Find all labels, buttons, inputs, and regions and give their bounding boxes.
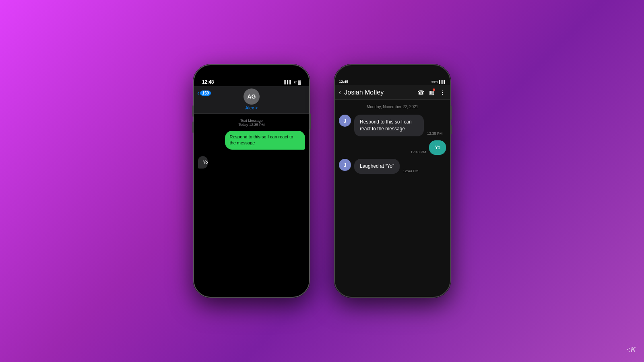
android-message-row-2: Yo 12:43 PM (339, 140, 446, 155)
android-avatar-1: J (339, 115, 351, 127)
android-battery: 65% (431, 80, 438, 84)
android-header-icons: ☎ ▩ ⋮ (417, 88, 446, 96)
iphone-message-meta: Text Message Today 12:35 PM (198, 119, 305, 127)
iphone-contact-name[interactable]: Alex > (246, 105, 258, 110)
android-vol (450, 125, 452, 134)
android-header: ‹ Josiah Motley ☎ ▩ ⋮ (335, 85, 450, 100)
iphone-avatar: AG (244, 88, 260, 105)
android-signal-icon: ▌▌▌ (439, 80, 446, 84)
iphone-status-icons: ▌▌▌ 𝜓 ▓ (285, 80, 301, 84)
android-device: 12:45 65% ▌▌▌ ‹ Josiah Motley ☎ ▩ ⋮ (334, 64, 451, 298)
signal-icon: ▌▌▌ (285, 80, 292, 84)
android-content: 12:45 65% ▌▌▌ ‹ Josiah Motley ☎ ▩ ⋮ (335, 65, 450, 297)
android-avatar-3: J (339, 159, 351, 171)
more-options-icon[interactable]: ⋮ (439, 88, 446, 96)
iphone-screen: 12:48 ▌▌▌ 𝜓 ▓ ‹ 159 AG Alex > Text (194, 65, 309, 297)
back-badge: 159 (200, 90, 211, 96)
received-bubble: Yo (198, 156, 208, 169)
iphone-header: ‹ 159 AG Alex > (194, 86, 309, 114)
phone-icon[interactable]: ☎ (417, 89, 424, 96)
android-back-icon[interactable]: ‹ (339, 89, 341, 96)
back-arrow-icon: ‹ (197, 89, 199, 97)
android-status-bar: 12:45 65% ▌▌▌ (335, 76, 450, 85)
android-power (450, 105, 452, 120)
android-time: 12:45 (339, 80, 348, 84)
iphone-status-bar: 12:48 ▌▌▌ 𝜓 ▓ (194, 76, 309, 86)
android-contact-name: Josiah Motley (344, 89, 414, 96)
android-screen: 12:45 65% ▌▌▌ ‹ Josiah Motley ☎ ▩ ⋮ (335, 65, 450, 297)
android-timestamp-3: 12:43 PM (403, 169, 419, 173)
iphone-power (310, 113, 311, 130)
android-bubble-3: Laughed at “Yo” (354, 159, 400, 174)
sent-bubble: Respond to this so I can react to the me… (225, 131, 305, 150)
android-message-row-1: J Respond to this so I can react to the … (339, 115, 446, 136)
iphone-content: 12:48 ▌▌▌ 𝜓 ▓ ‹ 159 AG Alex > Text (194, 65, 309, 297)
iphone-time: 12:48 (202, 79, 214, 85)
wifi-icon: 𝜓 (294, 80, 297, 84)
received-message-row: Yo (198, 156, 213, 169)
android-messages: Monday, November 22, 2021 J Respond to t… (335, 100, 450, 297)
android-bubble-2: Yo (429, 140, 446, 155)
video-notification-dot (433, 88, 435, 91)
back-button[interactable]: ‹ 159 (197, 89, 211, 97)
android-date-label: Monday, November 22, 2021 (339, 105, 446, 109)
android-timestamp-2: 12:43 PM (411, 150, 426, 154)
iphone-vol-up (192, 105, 194, 117)
android-status-right: 65% ▌▌▌ (431, 80, 446, 84)
watermark: ·:K (626, 346, 636, 354)
sent-message-row: Respond to this so I can react to the me… (198, 131, 305, 150)
iphone-notch (227, 65, 276, 75)
android-bubble-1: Respond to this so I can react to the me… (354, 115, 424, 136)
android-timestamp-1: 12:35 PM (427, 132, 443, 136)
video-icon[interactable]: ▩ (429, 89, 434, 96)
iphone-device: 12:48 ▌▌▌ 𝜓 ▓ ‹ 159 AG Alex > Text (193, 64, 310, 298)
iphone-vol-down (192, 121, 194, 133)
iphone-messages: Text Message Today 12:35 PM Respond to t… (194, 114, 309, 297)
battery-icon: ▓ (298, 80, 301, 84)
android-message-row-3: J Laughed at “Yo” 12:43 PM (339, 159, 446, 174)
